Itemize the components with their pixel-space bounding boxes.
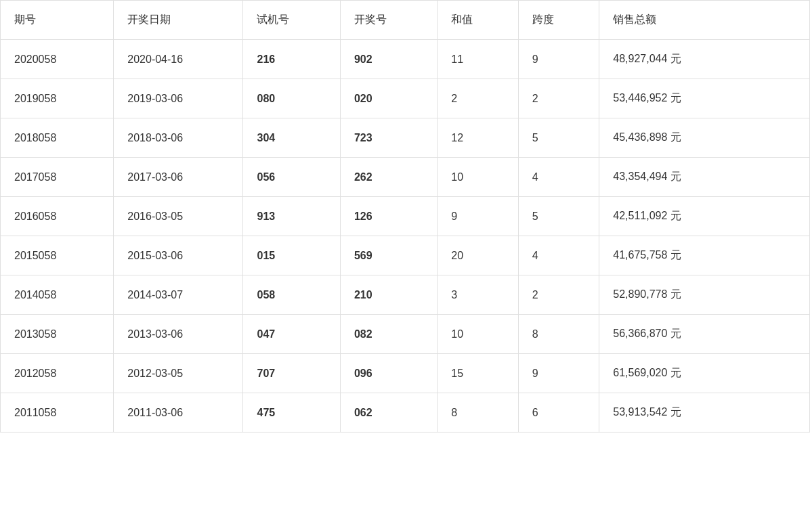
table-header: 期号 开奖日期 试机号 开奖号 和值 跨度 销售总额 (1, 1, 810, 40)
cell-kaijangriqi: 2012-03-05 (114, 354, 243, 393)
cell-kuadu: 2 (518, 275, 599, 315)
header-xiaoshou: 销售总额 (599, 1, 810, 40)
table-row: 20200582020-04-1621690211948,927,044 元 (1, 40, 810, 79)
table-body: 20200582020-04-1621690211948,927,044 元20… (1, 40, 810, 433)
cell-kaijangriqi: 2018-03-06 (114, 118, 243, 158)
cell-xiaoshou: 48,927,044 元 (599, 40, 810, 79)
cell-qihao: 2012058 (1, 354, 114, 393)
lottery-table-container: 期号 开奖日期 试机号 开奖号 和值 跨度 销售总额 20200582020-0… (0, 0, 810, 532)
header-kaijangriqi: 开奖日期 (114, 1, 243, 40)
cell-kuadu: 6 (518, 393, 599, 433)
table-row: 20120582012-03-0570709615961,569,020 元 (1, 354, 810, 393)
table-row: 20110582011-03-064750628653,913,542 元 (1, 393, 810, 433)
table-row: 20170582017-03-0605626210443,354,494 元 (1, 158, 810, 197)
cell-qihao: 2018058 (1, 118, 114, 158)
cell-hezhi: 2 (438, 79, 519, 118)
cell-kaijangriqi: 2015-03-06 (114, 236, 243, 275)
cell-shijihao: 080 (243, 79, 340, 118)
header-shijihao: 试机号 (243, 1, 340, 40)
cell-kaijanghao: 902 (340, 40, 437, 79)
cell-shijihao: 216 (243, 40, 340, 79)
cell-kuadu: 9 (518, 40, 599, 79)
cell-qihao: 2017058 (1, 158, 114, 197)
cell-qihao: 2019058 (1, 79, 114, 118)
cell-xiaoshou: 45,436,898 元 (599, 118, 810, 158)
cell-shijihao: 913 (243, 197, 340, 236)
cell-hezhi: 20 (438, 236, 519, 275)
table-row: 20190582019-03-060800202253,446,952 元 (1, 79, 810, 118)
cell-hezhi: 11 (438, 40, 519, 79)
cell-kaijangriqi: 2014-03-07 (114, 275, 243, 315)
cell-shijihao: 056 (243, 158, 340, 197)
cell-kaijanghao: 082 (340, 315, 437, 354)
cell-kaijanghao: 062 (340, 393, 437, 433)
cell-qihao: 2014058 (1, 275, 114, 315)
cell-shijihao: 707 (243, 354, 340, 393)
cell-xiaoshou: 61,569,020 元 (599, 354, 810, 393)
cell-shijihao: 047 (243, 315, 340, 354)
header-kaijanghao: 开奖号 (340, 1, 437, 40)
cell-kaijanghao: 262 (340, 158, 437, 197)
cell-shijihao: 304 (243, 118, 340, 158)
cell-xiaoshou: 42,511,092 元 (599, 197, 810, 236)
cell-xiaoshou: 53,913,542 元 (599, 393, 810, 433)
cell-kuadu: 9 (518, 354, 599, 393)
header-hezhi: 和值 (438, 1, 519, 40)
cell-xiaoshou: 41,675,758 元 (599, 236, 810, 275)
cell-kaijangriqi: 2013-03-06 (114, 315, 243, 354)
cell-kuadu: 4 (518, 158, 599, 197)
cell-kaijangriqi: 2011-03-06 (114, 393, 243, 433)
cell-kuadu: 5 (518, 197, 599, 236)
table-row: 20180582018-03-0630472312545,436,898 元 (1, 118, 810, 158)
cell-kuadu: 4 (518, 236, 599, 275)
cell-kaijanghao: 723 (340, 118, 437, 158)
cell-kuadu: 8 (518, 315, 599, 354)
cell-hezhi: 9 (438, 197, 519, 236)
cell-kaijanghao: 210 (340, 275, 437, 315)
header-qihao: 期号 (1, 1, 114, 40)
cell-shijihao: 058 (243, 275, 340, 315)
cell-hezhi: 10 (438, 158, 519, 197)
cell-xiaoshou: 53,446,952 元 (599, 79, 810, 118)
cell-hezhi: 3 (438, 275, 519, 315)
table-row: 20140582014-03-070582103252,890,778 元 (1, 275, 810, 315)
cell-qihao: 2020058 (1, 40, 114, 79)
cell-qihao: 2015058 (1, 236, 114, 275)
cell-kaijanghao: 126 (340, 197, 437, 236)
cell-xiaoshou: 56,366,870 元 (599, 315, 810, 354)
cell-hezhi: 10 (438, 315, 519, 354)
cell-hezhi: 8 (438, 393, 519, 433)
cell-kuadu: 2 (518, 79, 599, 118)
table-row: 20150582015-03-0601556920441,675,758 元 (1, 236, 810, 275)
cell-hezhi: 12 (438, 118, 519, 158)
header-kuadu: 跨度 (518, 1, 599, 40)
cell-qihao: 2016058 (1, 197, 114, 236)
table-row: 20130582013-03-0604708210856,366,870 元 (1, 315, 810, 354)
cell-kaijanghao: 096 (340, 354, 437, 393)
cell-shijihao: 475 (243, 393, 340, 433)
table-row: 20160582016-03-059131269542,511,092 元 (1, 197, 810, 236)
cell-xiaoshou: 43,354,494 元 (599, 158, 810, 197)
cell-kuadu: 5 (518, 118, 599, 158)
cell-shijihao: 015 (243, 236, 340, 275)
cell-xiaoshou: 52,890,778 元 (599, 275, 810, 315)
cell-kaijangriqi: 2016-03-05 (114, 197, 243, 236)
cell-kaijangriqi: 2017-03-06 (114, 158, 243, 197)
cell-hezhi: 15 (438, 354, 519, 393)
header-row: 期号 开奖日期 试机号 开奖号 和值 跨度 销售总额 (1, 1, 810, 40)
lottery-table: 期号 开奖日期 试机号 开奖号 和值 跨度 销售总额 20200582020-0… (0, 0, 810, 433)
cell-kaijanghao: 569 (340, 236, 437, 275)
cell-kaijangriqi: 2020-04-16 (114, 40, 243, 79)
cell-qihao: 2013058 (1, 315, 114, 354)
cell-kaijangriqi: 2019-03-06 (114, 79, 243, 118)
cell-qihao: 2011058 (1, 393, 114, 433)
cell-kaijanghao: 020 (340, 79, 437, 118)
